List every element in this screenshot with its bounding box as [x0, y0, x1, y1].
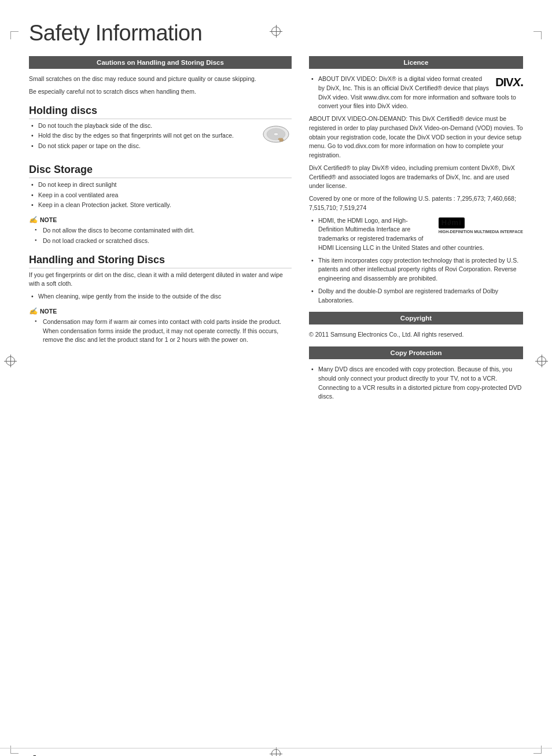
divx-content: DIVX. ABOUT DIVX VIDEO: DivX® is a digit…: [318, 75, 523, 111]
licence-item-rovi: This item incorporates copy protection t…: [310, 256, 523, 283]
note1-item-1: Do not allow the discs to become contami…: [34, 226, 292, 235]
divx-logo: DIVX.: [495, 76, 523, 88]
reg-mark-top: [270, 25, 282, 37]
note1-item-2: Do not load cracked or scratched discs.: [34, 237, 292, 246]
page-number: 4: [29, 752, 37, 756]
corner-mark-tr: [533, 31, 542, 39]
divx-cert-text: DivX Certified® to play DivX® video, inc…: [309, 164, 523, 191]
licence-item-hdmi: H∂mi HIGH-DEFINITION MULTIMEDIA INTERFAC…: [310, 216, 523, 253]
licence-list: DIVX. ABOUT DIVX VIDEO: DivX® is a digit…: [309, 75, 523, 111]
licence-header: Licence: [309, 56, 523, 69]
page-wrapper: Safety Information Cautions on Handling …: [0, 21, 552, 756]
cautions-body1: Small scratches on the disc may reduce s…: [29, 75, 292, 84]
corner-mark-tl: [10, 31, 19, 39]
footer-left: 4 English: [29, 752, 72, 756]
reg-mark-left: [5, 355, 16, 367]
holding-discs-list: Do not touch the playback side of the di…: [29, 121, 292, 151]
divx-vod-text: ABOUT DIVX VIDEO-ON-DEMAND: This DivX Ce…: [309, 115, 523, 160]
hdmi-content: H∂mi HIGH-DEFINITION MULTIMEDIA INTERFAC…: [318, 216, 523, 253]
content-area: Safety Information Cautions on Handling …: [29, 21, 523, 408]
storage-item-3: Keep in a clean Protection jacket. Store…: [30, 201, 292, 210]
holding-discs-title: Holding discs: [29, 105, 292, 119]
note-list-1: Do not allow the discs to become contami…: [29, 226, 292, 246]
page-footer: 4 English HT-D450-XU-ENG-0303.indd 4 201…: [0, 748, 552, 756]
note-list-2: Condensation may form if warm air comes …: [29, 318, 292, 345]
licence-item-dolby: Dolby and the double-D symbol are regist…: [310, 287, 523, 305]
handling-item-1: When cleaning, wipe gently from the insi…: [30, 292, 292, 301]
holding-discs-content: Do not touch the playback side of the di…: [29, 121, 292, 156]
storage-item-1: Do not keep in direct sunlight: [30, 180, 292, 190]
cautions-header: Cautions on Handling and Storing Discs: [29, 56, 292, 69]
licence-item-divx: DIVX. ABOUT DIVX VIDEO: DivX® is a digit…: [310, 75, 523, 111]
hdmi-trademark: HIGH-DEFINITION MULTIMEDIA INTERFACE: [439, 229, 523, 235]
hdmi-text: H∂mi: [441, 218, 462, 227]
hdmi-logo: H∂mi HIGH-DEFINITION MULTIMEDIA INTERFAC…: [439, 217, 523, 235]
holding-item-1: Do not touch the playback side of the di…: [30, 121, 292, 131]
copy-protection-header: Copy Protection: [309, 346, 523, 359]
note-label-2: NOTE: [40, 308, 57, 315]
note2-item-1: Condensation may form if warm air comes …: [34, 318, 292, 345]
disc-storage-title: Disc Storage: [29, 164, 292, 178]
note-header-2: ✍ NOTE: [29, 307, 292, 315]
disc-storage-list: Do not keep in direct sunlight Keep in a…: [29, 180, 292, 210]
copyright-text: © 2011 Samsung Electronics Co., Ltd. All…: [309, 330, 523, 340]
note-header-1: ✍ NOTE: [29, 216, 292, 224]
copyright-section: Copyright © 2011 Samsung Electronics Co.…: [309, 312, 523, 340]
licence-list-2: H∂mi HIGH-DEFINITION MULTIMEDIA INTERFAC…: [309, 216, 523, 305]
note-section-1: ✍ NOTE Do not allow the discs to become …: [29, 216, 292, 246]
handling-storing-body: If you get fingerprints or dirt on the d…: [29, 271, 292, 289]
copy-protection-list: Many DVD discs are encoded with copy pro…: [309, 365, 523, 401]
note-section-2: ✍ NOTE Condensation may form if warm air…: [29, 307, 292, 345]
right-column: Licence DIVX. ABOUT DIVX VIDEO: DivX® is…: [309, 56, 523, 408]
handling-storing-list: When cleaning, wipe gently from the insi…: [29, 292, 292, 301]
licence-section: Licence DIVX. ABOUT DIVX VIDEO: DivX® is…: [309, 56, 523, 305]
note-label-1: NOTE: [40, 216, 57, 223]
two-column-layout: Cautions on Handling and Storing Discs S…: [29, 56, 523, 408]
cautions-body2: Be especially careful not to scratch dis…: [29, 87, 292, 97]
holding-item-3: Do not stick paper or tape on the disc.: [30, 142, 292, 151]
left-column: Cautions on Handling and Storing Discs S…: [29, 56, 292, 408]
patents-text: Covered by one or more of the following …: [309, 194, 523, 213]
note-icon-2: ✍: [29, 307, 38, 315]
note-icon-1: ✍: [29, 216, 38, 224]
reg-mark-right: [536, 355, 547, 367]
copy-protection-item-1: Many DVD discs are encoded with copy pro…: [310, 365, 523, 401]
copy-protection-section: Copy Protection Many DVD discs are encod…: [309, 346, 523, 401]
divx-text: ABOUT DIVX VIDEO: DivX® is a digital vid…: [318, 75, 516, 109]
copyright-header: Copyright: [309, 312, 523, 324]
handling-storing-title: Handling and Storing Discs: [29, 254, 292, 268]
holding-item-2: Hold the disc by the edges so that finge…: [30, 131, 292, 141]
storage-item-2: Keep in a cool ventilated area: [30, 191, 292, 200]
